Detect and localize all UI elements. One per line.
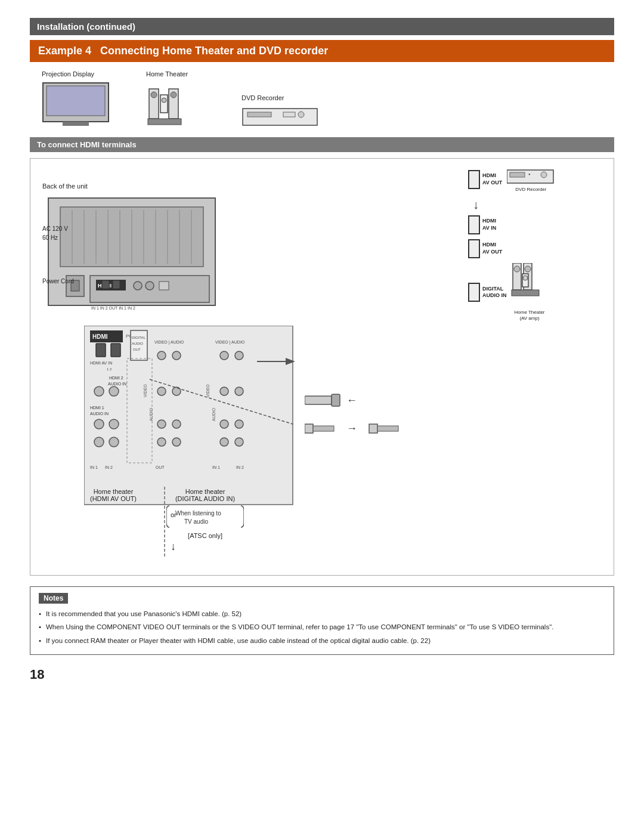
back-of-unit-label: Back of the unit — [42, 183, 281, 190]
note-item-3: If you connect RAM theater or Player the… — [39, 635, 605, 646]
svg-point-72 — [220, 420, 228, 428]
svg-text:When listening to: When listening to — [175, 510, 221, 517]
power-cord-label: Power Cord — [42, 278, 74, 285]
home-theater-device: Home Theater — [146, 70, 206, 128]
svg-point-56 — [157, 351, 166, 360]
top-devices: Projection Display Home Theater DVD Reco… — [30, 70, 614, 128]
svg-text:1  2: 1 2 — [107, 367, 112, 371]
svg-rect-7 — [151, 92, 157, 98]
svg-text:OUT: OUT — [156, 465, 165, 469]
diagram-box: Back of the unit HDMI — [30, 158, 614, 576]
projection-display-icon — [42, 80, 110, 128]
svg-point-75 — [172, 438, 181, 446]
notes-section: Notes It is recommended that you use Pan… — [30, 586, 614, 655]
or-text: or — [171, 511, 177, 518]
digital-audio-in-label: DIGITALAUDIO IN — [482, 286, 507, 299]
svg-point-59 — [235, 351, 243, 360]
svg-text:AUDIO IN: AUDIO IN — [90, 412, 109, 416]
home-theater-right-icon: Home Theater(AV amp) — [510, 263, 549, 322]
svg-text:DIGITAL: DIGITAL — [132, 336, 146, 339]
svg-rect-33 — [113, 280, 120, 289]
connector-rect-digital-audio-in — [468, 283, 480, 302]
example-number: Example 4 — [38, 45, 91, 57]
svg-point-92 — [541, 172, 547, 178]
svg-rect-36 — [159, 282, 169, 290]
arrow-left-middle: ← — [346, 394, 357, 407]
ac-label: AC 120 V 60 Hz — [42, 224, 68, 242]
svg-point-64 — [94, 437, 104, 447]
svg-text:AUDIO: AUDIO — [212, 407, 216, 421]
hdmi-av-out-dvd-label: HDMIAV OUT — [482, 172, 502, 186]
bottom-labels: Home theater (HDMI AV OUT) Home theater … — [90, 488, 244, 539]
svg-point-35 — [145, 282, 154, 290]
svg-point-62 — [94, 419, 104, 429]
svg-point-66 — [157, 387, 166, 395]
connect-hdmi-title: To connect HDMI terminals — [37, 140, 137, 149]
svg-point-53 — [109, 387, 119, 396]
svg-point-99 — [525, 266, 531, 272]
arrow-down-1: ↓ — [468, 198, 605, 212]
hdmi-av-out-dvd-connector: HDMIAV OUT — [468, 170, 502, 189]
svg-point-65 — [109, 437, 119, 447]
svg-point-58 — [220, 351, 228, 360]
svg-point-76 — [220, 438, 228, 446]
svg-text:HDMI AV IN: HDMI AV IN — [90, 361, 112, 365]
svg-rect-46 — [131, 330, 147, 360]
svg-point-52 — [94, 387, 104, 396]
dvd-recorder-icon — [242, 104, 319, 128]
svg-text:VIDEO: VIDEO — [206, 384, 210, 397]
digital-audio-in-row: DIGITALAUDIO IN Home Theater(AV amp) — [468, 263, 605, 322]
home-theater-digital-label: Home theater (DIGITAL AUDIO IN) When lis… — [166, 488, 244, 539]
arrow-right-middle: → — [346, 422, 357, 435]
svg-text:●: ● — [528, 172, 531, 176]
dvd-recorder-device: DVD Recorder — [242, 94, 319, 128]
svg-text:AUDIO: AUDIO — [132, 342, 143, 345]
svg-text:HDMI 2: HDMI 2 — [109, 376, 123, 380]
right-connectors-panel: HDMIAV OUT ● DVD Recorder ↓ HDMIAV IN — [468, 167, 605, 327]
svg-point-77 — [235, 438, 243, 446]
svg-text:VIDEO | AUDIO: VIDEO | AUDIO — [215, 340, 245, 345]
svg-rect-41 — [96, 344, 106, 357]
bracket-svg: When listening to TV audio — [166, 505, 244, 528]
home-theater-label: Home Theater — [146, 70, 188, 78]
svg-rect-102 — [332, 394, 340, 406]
projection-display-label: Projection Display — [42, 70, 94, 78]
notes-title: Notes — [39, 593, 68, 604]
svg-text:OUT: OUT — [133, 348, 141, 351]
hdmi-av-out-ht-connector: HDMIAV OUT — [468, 239, 605, 258]
svg-text:HDMI: HDMI — [92, 333, 108, 340]
svg-rect-13 — [283, 112, 295, 117]
installation-title: Installation (continued) — [37, 21, 135, 32]
dvd-recorder-right: HDMIAV OUT ● DVD Recorder — [468, 167, 605, 192]
svg-text:TV audio: TV audio — [184, 518, 208, 525]
projection-display-device: Projection Display — [42, 70, 110, 128]
connector-rect-hdmi-av-in — [468, 215, 480, 234]
svg-text:IN 2: IN 2 — [105, 465, 113, 469]
hdmi-av-out-ht-label: HDMIAV OUT — [482, 242, 502, 255]
digital-audio-in-connector: DIGITALAUDIO IN — [468, 283, 507, 302]
home-theater-hdmi-label: Home theater (HDMI AV OUT) — [90, 488, 137, 539]
svg-text:VIDEO | AUDIO: VIDEO | AUDIO — [154, 340, 184, 345]
svg-point-73 — [235, 420, 243, 428]
dvd-recorder-right-icon: ● DVD Recorder — [507, 167, 555, 192]
svg-point-12 — [298, 112, 304, 118]
svg-text:AUDIO: AUDIO — [149, 407, 153, 421]
svg-rect-11 — [247, 112, 271, 117]
svg-text:IN 1: IN 1 — [90, 465, 98, 469]
optical-connector-icon-2 — [363, 421, 399, 436]
svg-rect-2 — [63, 122, 89, 126]
svg-point-71 — [172, 420, 181, 428]
note-item-2: When Using the COMPONENT VIDEO OUT termi… — [39, 622, 605, 632]
hdmi-av-in-label: HDMIAV IN — [482, 218, 496, 231]
svg-text:IN 2: IN 2 — [236, 465, 244, 469]
svg-rect-91 — [510, 172, 525, 177]
connector-rect-hdmi-av-out-dvd — [468, 170, 480, 189]
svg-rect-104 — [313, 426, 334, 431]
arrow-down-bottom: ↓ — [171, 540, 176, 553]
left-panel: Back of the unit HDMI — [42, 183, 281, 331]
dvd-recorder-right-label: DVD Recorder — [507, 187, 555, 192]
hdmi-plug-icon — [305, 391, 340, 409]
optical-connector-icon — [305, 421, 340, 436]
example-bar: Example 4 Connecting Home Theater and DV… — [30, 40, 614, 62]
svg-point-34 — [134, 282, 142, 290]
